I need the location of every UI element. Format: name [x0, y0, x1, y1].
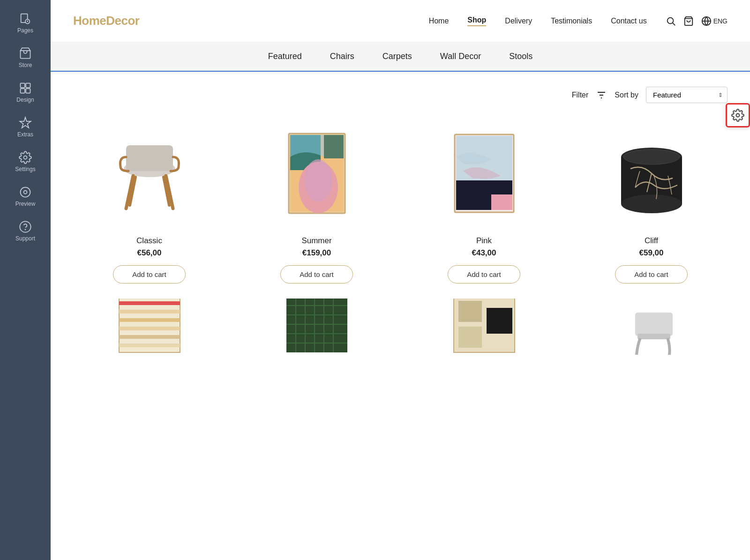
product-card-classic: Classic €56,00 Add to cart	[73, 122, 225, 284]
logo: HomeDecor	[73, 14, 139, 28]
sort-label: Sort by	[615, 91, 638, 99]
sidebar-item-design[interactable]: Design	[0, 77, 51, 108]
product-partial-3	[408, 299, 560, 355]
cat-carpets[interactable]: Carpets	[382, 52, 412, 61]
cat-wall-decor[interactable]: Wall Decor	[440, 52, 481, 61]
header-icons: ENG	[666, 16, 728, 26]
product-image-pink	[408, 122, 560, 225]
logo-text: Home	[73, 14, 106, 28]
gear-settings-button[interactable]	[726, 103, 750, 127]
partial-img-1	[73, 299, 225, 355]
sidebar: Pages Store Design Extras Settings	[0, 0, 51, 560]
filter-icon[interactable]	[596, 90, 607, 101]
svg-rect-32	[324, 135, 344, 158]
product-price-classic: €56,00	[137, 248, 162, 258]
product-price-pink: €43,00	[472, 248, 496, 258]
nav-contact[interactable]: Contact us	[611, 17, 646, 25]
nav-shop[interactable]: Shop	[467, 16, 486, 26]
sidebar-item-store[interactable]: Store	[0, 42, 51, 73]
svg-rect-6	[21, 89, 25, 93]
sidebar-item-preview[interactable]: Preview	[0, 181, 51, 212]
filter-label: Filter	[572, 91, 589, 99]
logo-accent: Decor	[106, 14, 139, 28]
product-image-summer	[240, 122, 393, 225]
product-image-cliff	[575, 122, 728, 225]
partial-img-2	[240, 299, 393, 355]
add-to-cart-summer[interactable]: Add to cart	[280, 265, 353, 284]
svg-point-31	[304, 159, 332, 202]
sidebar-preview-label: Preview	[15, 201, 36, 207]
svg-rect-36	[491, 194, 512, 210]
svg-rect-4	[21, 83, 25, 88]
shop-content: Filter Sort by Featured Price: Low to Hi…	[51, 72, 750, 370]
product-image-classic	[73, 122, 225, 225]
svg-point-9	[21, 187, 30, 197]
svg-rect-60	[458, 301, 482, 322]
svg-point-13	[667, 17, 673, 23]
add-to-cart-cliff[interactable]: Add to cart	[615, 265, 688, 284]
svg-rect-63	[635, 313, 673, 336]
svg-line-14	[673, 23, 675, 25]
cat-stools[interactable]: Stools	[509, 52, 532, 61]
product-grid: Classic €56,00 Add to cart	[73, 122, 728, 284]
sidebar-pages-label: Pages	[17, 27, 33, 34]
svg-point-10	[24, 191, 27, 194]
cat-featured[interactable]: Featured	[268, 52, 302, 61]
product-partial-2	[240, 299, 393, 355]
add-to-cart-classic[interactable]: Add to cart	[113, 265, 186, 284]
cart-icon[interactable]	[683, 16, 694, 26]
filter-bar: Filter Sort by Featured Price: Low to Hi…	[73, 87, 728, 103]
product-card-cliff: Cliff €59,00 Add to cart	[575, 122, 728, 284]
product-price-summer: €159,00	[302, 248, 331, 258]
sidebar-store-label: Store	[19, 62, 32, 68]
sort-wrapper: Featured Price: Low to High Price: High …	[646, 87, 728, 103]
svg-point-40	[623, 149, 680, 164]
language-selector[interactable]: ENG	[701, 16, 728, 26]
product-card-summer: Summer €159,00 Add to cart	[240, 122, 393, 284]
svg-rect-5	[26, 83, 30, 88]
sidebar-design-label: Design	[16, 97, 34, 103]
search-icon[interactable]	[666, 16, 676, 26]
nav-testimonials[interactable]: Testimonials	[551, 17, 592, 25]
category-nav: Featured Chairs Carpets Wall Decor Stool…	[51, 42, 750, 72]
add-to-cart-pink[interactable]: Add to cart	[448, 265, 520, 284]
product-name-summer: Summer	[301, 236, 331, 246]
partial-img-4	[575, 299, 728, 355]
product-name-pink: Pink	[476, 236, 492, 246]
sidebar-support-label: Support	[15, 235, 35, 242]
header: HomeDecor Home Shop Delivery Testimonial…	[51, 0, 750, 42]
nav-delivery[interactable]: Delivery	[505, 17, 532, 25]
product-name-cliff: Cliff	[645, 236, 658, 246]
main-nav: Home Shop Delivery Testimonials Contact …	[429, 16, 647, 26]
language-label: ENG	[713, 17, 728, 25]
partial-img-3	[408, 299, 560, 355]
svg-point-12	[25, 229, 25, 230]
product-partial-1	[73, 299, 225, 355]
sidebar-extras-label: Extras	[17, 131, 33, 138]
svg-rect-64	[638, 334, 670, 339]
svg-point-65	[736, 114, 740, 117]
product-price-cliff: €59,00	[639, 248, 664, 258]
svg-point-39	[621, 194, 682, 213]
product-card-pink: Pink €43,00 Add to cart	[408, 122, 560, 284]
product-name-classic: Classic	[136, 236, 162, 246]
cat-chairs[interactable]: Chairs	[330, 52, 354, 61]
nav-home[interactable]: Home	[429, 17, 449, 25]
svg-point-11	[20, 221, 30, 232]
sidebar-item-support[interactable]: Support	[0, 216, 51, 246]
svg-rect-7	[26, 89, 30, 93]
sidebar-item-settings[interactable]: Settings	[0, 146, 51, 177]
main-content: HomeDecor Home Shop Delivery Testimonial…	[51, 0, 750, 560]
sidebar-settings-label: Settings	[15, 166, 35, 172]
sidebar-item-extras[interactable]: Extras	[0, 112, 51, 142]
svg-rect-62	[458, 327, 482, 348]
svg-rect-61	[487, 308, 512, 334]
product-partial-4	[575, 299, 728, 355]
sidebar-item-pages[interactable]: Pages	[0, 7, 51, 38]
sort-select[interactable]: Featured Price: Low to High Price: High …	[646, 87, 728, 103]
svg-rect-22	[126, 145, 173, 171]
product-grid-row2	[73, 299, 728, 355]
svg-point-8	[24, 156, 27, 159]
